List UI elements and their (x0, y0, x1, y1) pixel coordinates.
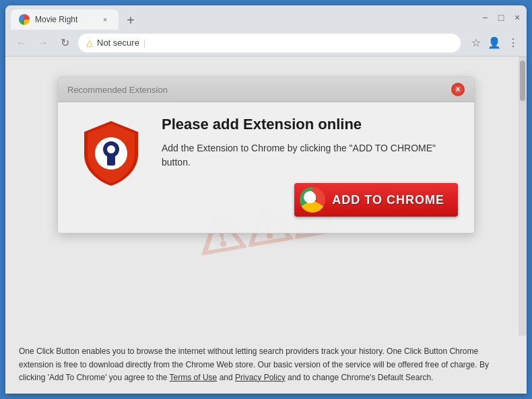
svg-point-3 (107, 145, 115, 153)
modal-text-area: Please add Extension online Add the Exte… (162, 116, 458, 217)
browser-window: Movie Right × + − □ × ← → ↻ △ Not secure… (5, 5, 527, 394)
menu-icon[interactable]: ⋮ (508, 36, 519, 49)
minimize-button[interactable]: − (481, 13, 489, 22)
tab-title: Movie Right (35, 15, 94, 24)
window-controls: − □ × (481, 13, 521, 22)
modal-headline: Please add Extension online (162, 116, 458, 133)
tab-favicon (19, 14, 30, 25)
address-bar: ← → ↻ △ Not secure | ☆ 👤 ⋮ (5, 30, 527, 57)
maximize-button[interactable]: □ (497, 13, 505, 22)
page-main: Recommended Extension × (5, 57, 527, 336)
add-to-chrome-button[interactable]: ADD TO CHROME (294, 183, 458, 217)
tab-close-button[interactable]: × (100, 14, 110, 25)
svg-rect-2 (107, 155, 115, 166)
tab-bar: Movie Right × + (11, 5, 473, 30)
privacy-policy-link[interactable]: Privacy Policy (235, 373, 286, 382)
modal-body: Please add Extension online Add the Exte… (58, 102, 474, 233)
modal-header: Recommended Extension × (58, 77, 474, 102)
footer-text: One Click Button enables you to browse t… (5, 336, 527, 394)
url-separator: | (143, 38, 145, 48)
terms-of-use-link[interactable]: Terms of Use (170, 373, 218, 382)
reload-button[interactable]: ↻ (57, 36, 73, 49)
active-tab[interactable]: Movie Right × (11, 9, 119, 30)
security-warning-icon: △ (86, 38, 93, 48)
modal-description: Add the Extension to Chrome by clicking … (162, 141, 458, 170)
modal-overlay: Recommended Extension × (19, 70, 513, 233)
modal-header-title: Recommended Extension (67, 85, 168, 95)
new-tab-button[interactable]: + (121, 11, 140, 30)
bookmark-icon[interactable]: ☆ (471, 36, 481, 49)
extension-logo (74, 116, 148, 190)
title-bar: Movie Right × + − □ × (5, 5, 527, 30)
recommended-extension-modal: Recommended Extension × (57, 77, 475, 233)
toolbar-icons: ☆ 👤 ⋮ (471, 36, 519, 49)
close-window-button[interactable]: × (513, 13, 521, 22)
profile-icon[interactable]: 👤 (488, 36, 501, 49)
url-bar[interactable]: △ Not secure | (78, 34, 461, 52)
add-to-chrome-label: ADD TO CHROME (332, 193, 444, 207)
back-button[interactable]: ← (13, 37, 30, 49)
chrome-logo-icon (300, 187, 325, 213)
url-text: Not secure (97, 38, 139, 48)
page-content: ⚠⚠⚠ Recommended Extension × (5, 57, 527, 394)
modal-close-button[interactable]: × (451, 83, 465, 96)
forward-button[interactable]: → (35, 37, 51, 49)
